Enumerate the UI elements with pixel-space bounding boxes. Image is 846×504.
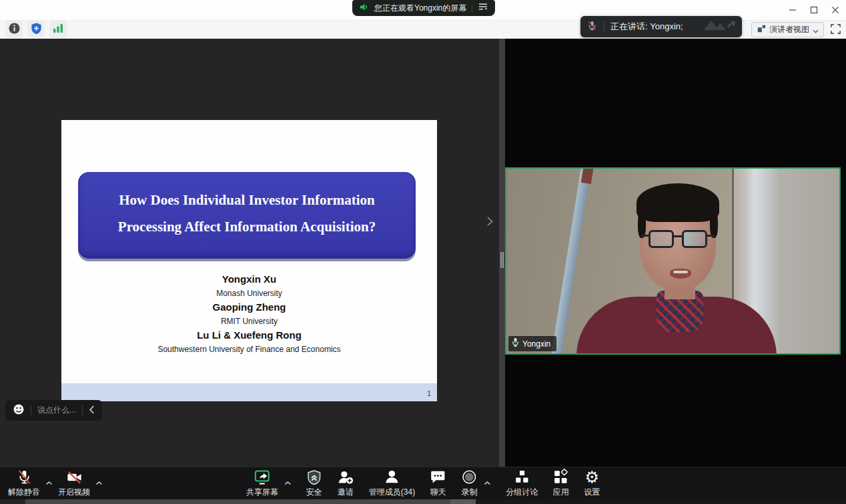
participant-name: Yongxin <box>522 339 550 349</box>
watching-screen-label: 您正在观看Yongxin的屏幕 <box>374 3 466 14</box>
chevron-left-icon[interactable] <box>89 405 95 417</box>
participant-video-tile[interactable]: Yongxin <box>505 167 841 355</box>
screen-options-menu-icon[interactable] <box>478 2 488 14</box>
muted-mic-icon <box>16 468 33 486</box>
slide-page-number: 1 <box>427 389 431 397</box>
chat-bubble-icon <box>430 468 446 486</box>
author-name: Yongxin Xu <box>61 272 437 287</box>
video-pane: Yongxin <box>505 39 846 467</box>
shared-screen-pane: How Does Individual Investor Information… <box>0 39 499 467</box>
mic-level-icon <box>512 337 519 350</box>
participants-icon <box>384 468 400 486</box>
active-speaker-pill: 正在讲话: Yongxin; <box>580 16 742 37</box>
slide-footer-bar: 1 <box>61 383 437 401</box>
gear-icon: ⚙ <box>584 469 599 486</box>
chat-button[interactable]: 聊天 <box>430 468 446 498</box>
record-label: 录制 <box>462 487 478 498</box>
muted-mic-icon <box>586 20 598 34</box>
pill-divider <box>604 21 604 32</box>
share-options-caret[interactable] <box>284 481 292 485</box>
emoji-smiley-icon[interactable] <box>13 403 25 418</box>
chat-bar-divider <box>82 405 83 415</box>
minimize-button[interactable] <box>785 2 801 18</box>
signal-bars-icon <box>52 22 64 37</box>
quick-chat-bar[interactable]: 说点什么... <box>5 400 102 421</box>
settings-button[interactable]: ⚙ 设置 <box>584 468 600 498</box>
speaker-view-button[interactable]: 演讲者视图 <box>751 22 824 37</box>
encryption-button[interactable] <box>27 21 45 38</box>
share-screen-icon <box>254 468 271 486</box>
breakout-rooms-button[interactable]: 分组讨论 <box>506 468 538 498</box>
meeting-toolbar: 解除静音 开启视频 共享屏幕 <box>0 467 846 499</box>
pane-resize-handle[interactable] <box>499 39 505 467</box>
author-affiliation: Southwestern University of Finance and E… <box>61 343 437 356</box>
breakout-squares-icon <box>514 468 530 486</box>
security-shield-icon <box>306 468 322 486</box>
unmute-button[interactable]: 解除静音 <box>8 468 40 498</box>
apps-label: 应用 <box>553 487 569 498</box>
invite-label: 邀请 <box>338 487 354 498</box>
author-affiliation: RMIT University <box>61 315 437 328</box>
connection-quality-button[interactable] <box>49 21 67 38</box>
start-video-label: 开启视频 <box>58 487 90 498</box>
muted-camera-icon <box>66 468 83 486</box>
breakout-rooms-label: 分组讨论 <box>506 487 538 498</box>
share-screen-button[interactable]: 共享屏幕 <box>246 468 278 498</box>
close-button[interactable] <box>827 2 843 18</box>
author-name: Lu Li & Xuefeng Rong <box>61 328 437 343</box>
maximize-button[interactable] <box>806 2 822 18</box>
info-icon <box>8 22 21 37</box>
security-button[interactable]: 安全 <box>306 468 322 498</box>
share-screen-label: 共享屏幕 <box>246 487 278 498</box>
fullscreen-button[interactable] <box>829 23 842 37</box>
slide-authors: Yongxin Xu Monash University Gaoping Zhe… <box>61 272 437 356</box>
start-video-button[interactable]: 开启视频 <box>58 468 90 498</box>
speaker-sound-icon <box>359 2 369 15</box>
author-name: Gaoping Zheng <box>61 300 437 315</box>
invite-button[interactable]: 邀请 <box>337 468 354 498</box>
video-options-caret[interactable] <box>95 481 103 485</box>
meeting-info-button[interactable] <box>5 21 23 38</box>
unmute-label: 解除静音 <box>8 487 40 498</box>
meeting-window: 您正在观看Yongxin的屏幕 正在讲话: Yongxin; 演讲者视图 <box>0 0 846 504</box>
settings-label: 设置 <box>584 487 600 498</box>
slide-title-line1: How Does Individual Investor Information <box>78 187 416 213</box>
faded-reaction-arrows-icon <box>701 18 736 35</box>
watching-screen-pill: 您正在观看Yongxin的屏幕 <box>352 0 495 16</box>
manage-participants-label: 管理成员(34) <box>369 487 415 498</box>
author-affiliation: Monash University <box>61 287 437 300</box>
taskbar-edge <box>0 499 846 504</box>
shield-plus-icon <box>30 22 43 37</box>
slide-title-line2: Processing Affect Information Acquisitio… <box>78 213 416 240</box>
participant-name-tag: Yongxin <box>508 336 556 351</box>
slide-title-box: How Does Individual Investor Information… <box>78 172 416 259</box>
chevron-down-icon <box>813 24 819 36</box>
record-button[interactable]: 录制 <box>461 468 478 498</box>
active-speaker-label: 正在讲话: Yongxin; <box>610 21 695 33</box>
mic-options-caret[interactable] <box>45 481 53 485</box>
manage-participants-button[interactable]: 管理成员(34) <box>369 468 415 498</box>
invite-person-icon <box>337 468 354 486</box>
security-label: 安全 <box>306 487 322 498</box>
glasses <box>648 230 709 250</box>
speaker-view-layout-icon <box>757 24 766 36</box>
speaker-view-label: 演讲者视图 <box>769 24 809 35</box>
fullscreen-icon <box>830 23 841 37</box>
record-circle-icon <box>461 468 478 486</box>
presentation-slide: How Does Individual Investor Information… <box>61 120 437 401</box>
collapse-pane-chevron[interactable] <box>486 216 494 229</box>
chat-input-placeholder[interactable]: 说点什么... <box>37 405 76 416</box>
record-options-caret[interactable] <box>484 481 491 485</box>
pill-divider <box>472 4 472 13</box>
video-background <box>506 169 839 353</box>
apps-button[interactable]: 应用 <box>552 468 569 498</box>
chat-label: 聊天 <box>430 487 446 498</box>
chat-bar-divider <box>31 405 31 415</box>
apps-squares-icon <box>552 468 569 486</box>
